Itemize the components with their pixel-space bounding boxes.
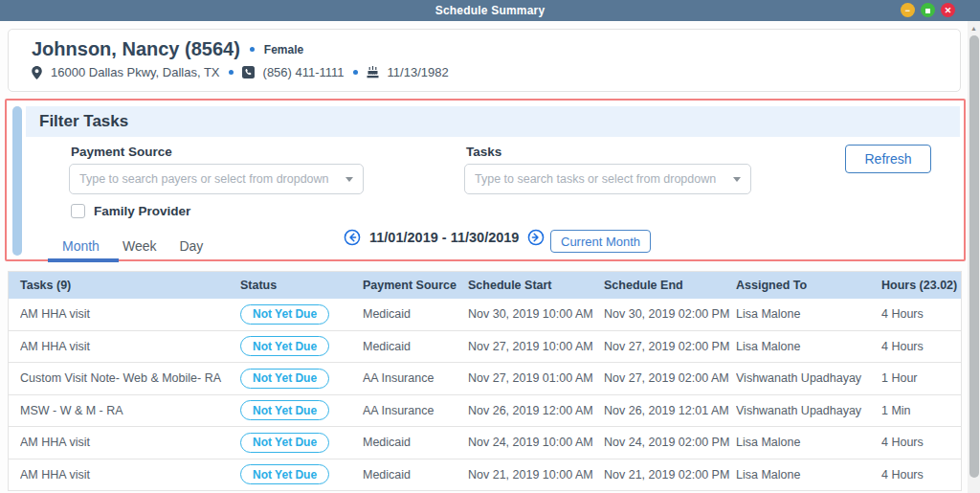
assigned-to-cell: Lisa Malone (736, 436, 881, 449)
previous-period-arrow-icon[interactable] (344, 229, 361, 246)
payment-source-combobox[interactable]: Type to search payers or select from dro… (69, 164, 364, 194)
status-badge: Not Yet Due (240, 336, 329, 356)
status-cell: Not Yet Due (240, 369, 363, 389)
status-cell: Not Yet Due (240, 433, 363, 453)
task-cell: AM HHA visit (20, 436, 240, 449)
table-row[interactable]: MSW - W & M - RA Not Yet Due AA Insuranc… (9, 395, 961, 428)
window-title: Schedule Summary (435, 4, 546, 17)
dot-separator-icon (250, 47, 255, 52)
date-range-label: 11/01/2019 - 11/30/2019 (369, 230, 519, 245)
maximize-button[interactable] (921, 3, 935, 17)
scrollbar-thumb[interactable] (969, 35, 979, 478)
status-badge: Not Yet Due (240, 433, 329, 453)
tab-day[interactable]: Day (167, 233, 214, 262)
table-row[interactable]: AM HHA visit Not Yet Due Medicaid Nov 24… (9, 427, 961, 459)
col-payment-source: Payment Source (363, 279, 468, 292)
schedule-start-cell: Nov 27, 2019 10:00 AM (468, 340, 604, 353)
payment-source-cell: Medicaid (363, 436, 468, 449)
window-titlebar: Schedule Summary − ✕ (0, 0, 980, 21)
date-navigation: 11/01/2019 - 11/30/2019 (344, 229, 545, 246)
schedule-start-cell: Nov 30, 2019 10:00 AM (468, 307, 604, 321)
task-cell: AM HHA visit (20, 340, 240, 353)
patient-gender: Female (264, 43, 303, 56)
filter-tasks-section: Filter Tasks Payment Source Type to sear… (5, 99, 966, 261)
status-badge: Not Yet Due (240, 369, 329, 389)
payment-source-cell: AA Insurance (363, 404, 468, 417)
col-assigned-to: Assigned To (736, 279, 881, 292)
table-row[interactable]: AM HHA visit Not Yet Due Medicaid Nov 30… (9, 299, 961, 331)
table-row[interactable]: AM HHA visit Not Yet Due Medicaid Nov 21… (9, 459, 961, 492)
payment-source-cell: AA Insurance (363, 371, 468, 385)
payment-source-label: Payment Source (71, 145, 172, 159)
table-row[interactable]: Custom Visit Note- Web & Mobile- RA Not … (9, 363, 961, 395)
assigned-to-cell: Lisa Malone (736, 307, 881, 321)
filter-header: Filter Tasks (26, 106, 960, 137)
schedule-end-cell: Nov 27, 2019 02:00 PM (604, 340, 736, 353)
table-row[interactable]: AM HHA visit Not Yet Due Medicaid Nov 27… (9, 331, 961, 364)
chevron-down-icon (345, 177, 353, 182)
tasks-table: Tasks (9)StatusPayment SourceSchedule St… (8, 271, 962, 491)
dot-separator-icon (229, 70, 234, 75)
task-cell: Custom Visit Note- Web & Mobile- RA (20, 371, 240, 385)
phone-icon (242, 66, 255, 78)
schedule-start-cell: Nov 21, 2019 10:00 AM (468, 468, 604, 482)
location-pin-icon (32, 66, 42, 79)
patient-name: Johnson, Nancy (8564) (32, 38, 240, 60)
schedule-end-cell: Nov 21, 2019 02:00 PM (604, 468, 736, 482)
scroll-up-arrow-icon[interactable]: ▲ (968, 22, 980, 34)
patient-address: 16000 Dallas Pkwy, Dallas, TX (51, 65, 220, 79)
refresh-button[interactable]: Refresh (845, 145, 931, 173)
chevron-down-icon (733, 177, 741, 182)
col-hours: Hours (23.02) (881, 279, 961, 292)
family-provider-checkbox[interactable] (71, 204, 85, 218)
hours-cell: 4 Hours (881, 340, 961, 353)
schedule-end-cell: Nov 24, 2019 02:00 PM (604, 436, 736, 449)
status-badge: Not Yet Due (240, 400, 329, 420)
status-cell: Not Yet Due (240, 336, 363, 356)
hours-cell: 4 Hours (881, 436, 961, 449)
schedule-start-cell: Nov 26, 2019 12:00 AM (468, 404, 604, 417)
assigned-to-cell: Lisa Malone (736, 340, 881, 353)
assigned-to-cell: Vishwanath Upadhayay (736, 404, 881, 417)
task-cell: AM HHA visit (20, 468, 240, 482)
task-cell: MSW - W & M - RA (20, 404, 240, 417)
vertical-scrollbar[interactable]: ▲ (968, 21, 980, 493)
tab-month[interactable]: Month (51, 233, 111, 262)
col-schedule-end: Schedule End (604, 279, 736, 292)
hours-cell: 4 Hours (881, 307, 961, 321)
minimize-button[interactable]: − (901, 3, 915, 17)
status-badge: Not Yet Due (240, 464, 329, 484)
assigned-to-cell: Vishwanath Upadhayay (736, 371, 881, 385)
filter-accent-bar (12, 106, 22, 256)
maximize-icon (925, 9, 930, 13)
window-controls: − ✕ (901, 3, 955, 17)
hours-cell: 1 Hour (881, 371, 961, 385)
status-cell: Not Yet Due (240, 464, 363, 484)
col-tasks: Tasks (9) (20, 279, 240, 292)
hours-cell: 1 Min (881, 404, 961, 417)
schedule-start-cell: Nov 24, 2019 10:00 AM (468, 436, 604, 449)
close-button[interactable]: ✕ (941, 3, 955, 17)
col-schedule-start: Schedule Start (468, 279, 604, 292)
table-body: AM HHA visit Not Yet Due Medicaid Nov 30… (9, 299, 961, 491)
schedule-end-cell: Nov 26, 2019 12:01 AM (604, 404, 736, 417)
next-period-arrow-icon[interactable] (527, 229, 545, 246)
status-badge: Not Yet Due (240, 304, 329, 325)
tasks-placeholder: Type to search tasks or select from drop… (475, 172, 725, 186)
current-month-button[interactable]: Current Month (550, 230, 651, 253)
patient-dob: 11/13/1982 (388, 65, 449, 79)
patient-phone: (856) 411-1111 (263, 65, 345, 79)
tasks-combobox[interactable]: Type to search tasks or select from drop… (464, 164, 751, 194)
col-status: Status (240, 279, 363, 292)
payment-source-cell: Medicaid (363, 468, 468, 482)
hours-cell: 4 Hours (881, 468, 961, 482)
task-cell: AM HHA visit (20, 307, 240, 321)
payment-source-cell: Medicaid (363, 307, 468, 321)
table-header-row: Tasks (9)StatusPayment SourceSchedule St… (9, 272, 961, 299)
patient-summary-card: Johnson, Nancy (8564) Female 16000 Dalla… (8, 29, 961, 92)
family-provider-label: Family Provider (94, 204, 190, 218)
tab-week[interactable]: Week (111, 233, 168, 262)
dot-separator-icon (353, 70, 358, 75)
status-cell: Not Yet Due (240, 304, 363, 325)
tasks-label: Tasks (466, 145, 501, 159)
